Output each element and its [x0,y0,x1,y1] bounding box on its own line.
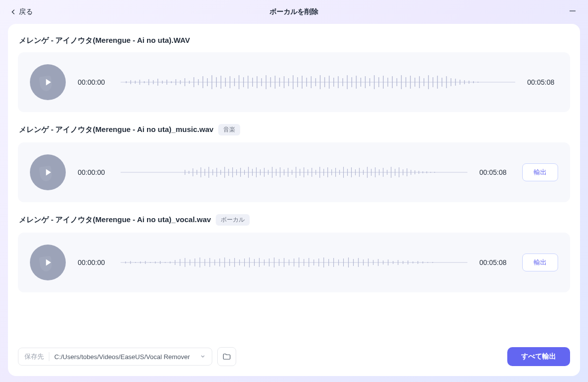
back-label: 戻る [19,7,33,16]
waveform[interactable] [121,160,467,184]
export-all-button[interactable]: すべて輸出 [507,347,570,366]
save-label: 保存先 [24,352,49,361]
duration: 00:05:08 [479,168,510,176]
play-icon [42,257,53,268]
track-panel: 00:00:00 00:05:08 [18,52,570,112]
waveform[interactable] [121,70,515,94]
duration: 00:05:08 [527,78,558,86]
play-button[interactable] [30,245,66,280]
current-time: 00:00:00 [78,258,109,266]
track-tag: ボーカル [216,214,250,226]
play-icon [42,77,53,88]
page-title: ボーカルを削除 [270,7,318,16]
chevron-left-icon [10,8,17,15]
save-path-selector[interactable]: 保存先 C:/Users/tobes/Videos/EaseUS/Vocal R… [18,348,212,366]
titlebar: 戻る ボーカルを削除 [0,0,588,24]
duration: 00:05:08 [479,258,510,266]
back-button[interactable]: 戻る [10,7,33,16]
open-folder-button[interactable] [217,347,236,366]
track-panel: 00:00:00 00:05:08 輸出 [18,142,570,202]
tracks-list: メレンゲ - アイノウタ(Merengue - Ai no uta).WAV 0… [18,36,570,339]
folder-icon [222,352,231,361]
play-button[interactable] [30,154,66,190]
track-block: メレンゲ - アイノウタ(Merengue - Ai no uta)_music… [18,124,570,202]
footer: 保存先 C:/Users/tobes/Videos/EaseUS/Vocal R… [18,347,570,366]
waveform[interactable] [121,251,467,274]
track-title: メレンゲ - アイノウタ(Merengue - Ai no uta).WAV [19,36,190,45]
track-title: メレンゲ - アイノウタ(Merengue - Ai no uta)_vocal… [19,215,211,225]
chevron-down-icon [200,352,206,361]
track-block: メレンゲ - アイノウタ(Merengue - Ai no uta)_vocal… [18,214,570,292]
track-panel: 00:00:00 00:05:08 輸出 [18,233,570,292]
play-icon [42,167,53,178]
export-button[interactable]: 輸出 [522,163,558,181]
current-time: 00:00:00 [78,78,109,86]
current-time: 00:00:00 [78,168,109,176]
minimize-button[interactable] [567,5,578,18]
save-path-value: C:/Users/tobes/Videos/EaseUS/Vocal Remov… [49,353,200,361]
play-button[interactable] [30,64,66,100]
content-panel: メレンゲ - アイノウタ(Merengue - Ai no uta).WAV 0… [8,24,580,376]
track-tag: 音楽 [218,124,240,135]
track-block: メレンゲ - アイノウタ(Merengue - Ai no uta).WAV 0… [18,36,570,112]
minimize-icon [569,7,576,14]
export-button[interactable]: 輸出 [522,254,558,271]
track-title: メレンゲ - アイノウタ(Merengue - Ai no uta)_music… [19,125,213,134]
